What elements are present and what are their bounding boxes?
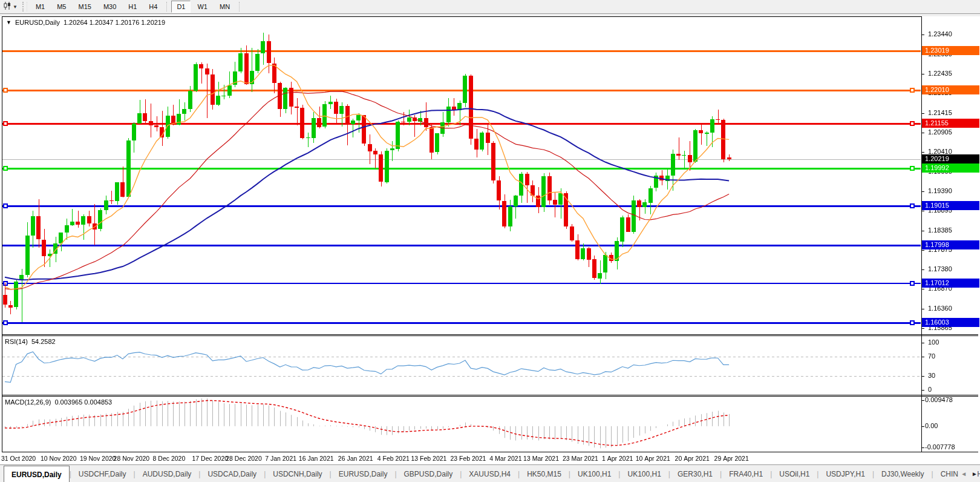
macd-values: 0.003965 0.004853 — [54, 398, 112, 406]
timeframe-toolbar: ▼ M1M5M15M30H1H4D1W1MN — [0, 0, 980, 14]
timeframe-button-m1[interactable]: M1 — [30, 1, 50, 13]
macd-label: MACD(12,26,9) — [5, 398, 51, 406]
symbol-tab-15[interactable]: DJ30,Weekly — [874, 465, 931, 482]
symbol-tab-6[interactable]: GBPUSD,Daily — [397, 465, 460, 482]
timeframe-button-h1[interactable]: H1 — [123, 1, 142, 13]
rsi-panel-title: RSI(14) 54.2582 — [5, 338, 56, 345]
toolbar-separator — [166, 2, 168, 12]
ohlc-values: 1.20264 1.20347 1.20176 1.20219 — [64, 19, 165, 26]
timeframe-button-m30[interactable]: M30 — [98, 1, 122, 13]
tab-scroll-right-icon[interactable]: ► — [972, 470, 978, 477]
candlestick-chart-icon[interactable] — [4, 1, 11, 12]
symbol-tab-2[interactable]: AUDUSD,Daily — [136, 465, 199, 482]
toolbar-separator — [239, 2, 240, 12]
symbol-tab-10[interactable]: UK100,H1 — [620, 465, 668, 482]
collapse-indicator-icon[interactable]: ▼ — [6, 19, 11, 25]
timeframe-button-w1[interactable]: W1 — [192, 1, 213, 13]
symbol-tab-5[interactable]: EURUSD,Daily — [332, 465, 395, 482]
symbol-tab-3[interactable]: USDCAD,Daily — [200, 465, 264, 482]
symbol-tab-7[interactable]: XAUUSD,H4 — [462, 465, 518, 482]
chart-window: ▼ EURUSD,Daily 1.20264 1.20347 1.20176 1… — [0, 16, 980, 464]
symbol-tab-11[interactable]: GER30,H1 — [670, 465, 720, 482]
timeframe-button-m5[interactable]: M5 — [51, 1, 71, 13]
symbol-tab-12[interactable]: FRA40,H1 — [722, 465, 770, 482]
symbol-tab-13[interactable]: USOil,H1 — [772, 465, 817, 482]
symbol-tab-9[interactable]: UK100,H1 — [570, 465, 618, 482]
timeframe-button-mn[interactable]: MN — [214, 1, 235, 13]
symbol-tab-1[interactable]: USDCHF,Daily — [71, 465, 134, 482]
symbol-tab-4[interactable]: USDCNH,Daily — [266, 465, 329, 482]
toolbar-drag-handle[interactable] — [22, 2, 27, 12]
chevron-down-icon[interactable]: ▼ — [13, 4, 18, 10]
symbol-tab-0[interactable]: EURUSD,Daily — [4, 466, 70, 482]
main-chart-title: ▼ EURUSD,Daily 1.20264 1.20347 1.20176 1… — [6, 19, 165, 26]
symbol-tabbar: EURUSD,Daily|USDCHF,Daily|AUDUSD,Daily|U… — [0, 464, 980, 482]
tab-scroll-arrows: ◄ ► — [958, 465, 978, 482]
mt4-window: { "toolbar": { "periods": ["M1","M5","M1… — [0, 0, 980, 482]
macd-panel-title: MACD(12,26,9) 0.003965 0.004853 — [5, 398, 112, 406]
symbol-tab-14[interactable]: USDJPY,H1 — [818, 465, 872, 482]
chart-canvas[interactable] — [0, 16, 980, 464]
timeframe-button-m15[interactable]: M15 — [73, 1, 96, 13]
timeframe-button-h4[interactable]: H4 — [143, 1, 163, 13]
timeframe-button-d1[interactable]: D1 — [171, 1, 191, 13]
tab-scroll-left-icon[interactable]: ◄ — [961, 470, 967, 477]
symbol-tab-8[interactable]: HK50,M15 — [520, 465, 569, 482]
rsi-value: 54.2582 — [31, 338, 56, 345]
rsi-label: RSI(14) — [5, 338, 28, 345]
symbol-period-label: EURUSD,Daily — [15, 19, 60, 26]
